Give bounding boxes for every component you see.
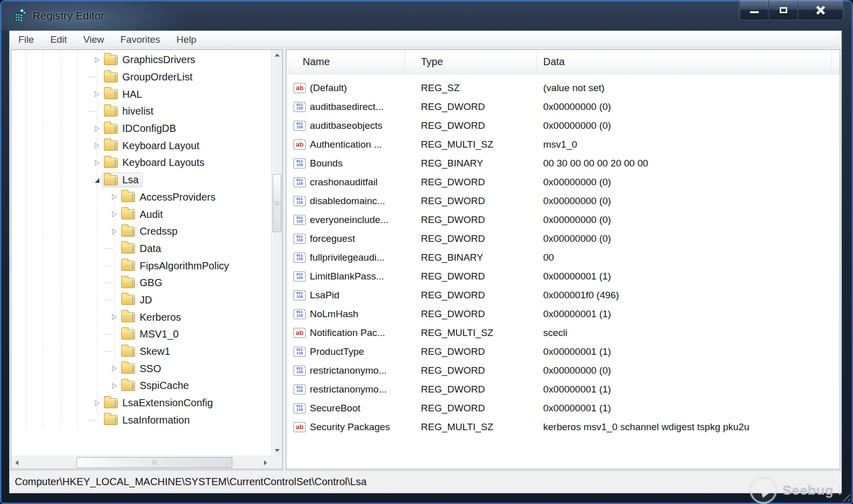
tree-item-gbg[interactable]: GBG [11,274,271,292]
binary-value-icon: 011110 [294,158,306,169]
collapse-arrow-icon[interactable] [92,172,102,189]
tree-node[interactable]: Data [119,241,165,256]
menu-item-help[interactable]: Help [172,32,201,47]
value-row-restrictanonymo[interactable]: 011110restrictanonymo...REG_DWORD0x00000… [286,361,840,380]
value-row-lsapid[interactable]: 011110LsaPidREG_DWORD0x000001f0 (496) [286,286,840,304]
value-row-secureboot[interactable]: 011110SecureBootREG_DWORD0x00000001 (1) [286,399,840,417]
column-header-name[interactable]: Name [286,50,405,74]
maximize-button[interactable] [769,1,798,20]
value-row-auditbasedirect[interactable]: 011110auditbasedirect...REG_DWORD0x00000… [286,97,840,116]
value-row-notification-pac[interactable]: abNotification Pac...REG_MULTI_SZscecli [286,323,840,342]
resize-grip[interactable] [842,493,850,501]
minimize-button[interactable] [740,1,769,20]
tree-node[interactable]: LsaInformation [102,413,194,428]
tree-item-data[interactable]: Data [11,240,271,258]
expand-arrow-icon[interactable] [109,223,119,240]
tree-node[interactable]: JD [119,293,156,307]
tree-node[interactable]: SspiCache [119,378,193,393]
value-row-limitblankpass[interactable]: 011110LimitBlankPass...REG_DWORD0x000000… [286,267,840,286]
value-row-security-packages[interactable]: abSecurity PackagesREG_MULTI_SZkerberos … [286,417,840,436]
expand-arrow-icon[interactable] [109,377,119,395]
tree-node[interactable]: Keyboard Layouts [102,155,208,170]
tree-node[interactable]: AccessProviders [119,190,220,205]
expand-arrow-icon[interactable] [92,395,102,412]
value-row-auditbaseobjects[interactable]: 011110auditbaseobjectsREG_DWORD0x0000000… [286,116,840,135]
tree-node[interactable]: HAL [102,87,146,102]
expand-arrow-icon[interactable] [92,137,102,154]
value-row-default[interactable]: ab(Default)REG_SZ(value not set) [286,78,840,97]
value-row-fullprivilegeaudi[interactable]: 011110fullprivilegeaudi...REG_BINARY00 [286,248,840,267]
value-row-authentication[interactable]: abAuthentication ...REG_MULTI_SZmsv1_0 [286,135,840,154]
tree-item-accessproviders[interactable]: AccessProviders [11,189,271,206]
tree-node[interactable]: IDConfigDB [102,121,180,136]
scroll-up-arrow-icon[interactable] [272,50,283,60]
value-row-restrictanonymo[interactable]: 011110restrictanonymo...REG_DWORD0x00000… [286,380,840,399]
tree-item-grouporderlist[interactable]: GroupOrderList [11,69,271,86]
tree-item-fipsalgorithmpolicy[interactable]: FipsAlgorithmPolicy [11,257,271,274]
horizontal-scroll-thumb[interactable] [76,457,232,468]
value-row-everyoneinclude[interactable]: 011110everyoneinclude...REG_DWORD0x00000… [286,210,840,229]
tree-item-keyboard-layouts[interactable]: Keyboard Layouts [11,154,271,172]
tree-node[interactable]: GroupOrderList [102,70,197,85]
folder-icon [121,278,135,288]
expand-arrow-icon[interactable] [92,120,102,137]
tree-item-keyboard-layout[interactable]: Keyboard Layout [11,137,271,154]
tree-item-sspicache[interactable]: SspiCache [11,377,271,395]
tree-node[interactable]: Keyboard Layout [102,138,203,153]
expand-arrow-icon[interactable] [109,206,119,223]
tree-node[interactable]: LsaExtensionConfig [102,396,217,410]
tree-node[interactable]: SSO [119,361,165,376]
tree-item-skew1[interactable]: Skew1 [11,343,271,360]
tree-item-credssp[interactable]: Credssp [11,223,271,240]
value-row-forceguest[interactable]: 011110forceguestREG_DWORD0x00000000 (0) [286,229,840,248]
titlebar[interactable]: Registry Editor [1,1,852,31]
tree-node[interactable]: GraphicsDrivers [102,52,199,67]
tree-item-kerberos[interactable]: Kerberos [11,309,271,326]
tree-item-graphicsdrivers[interactable]: GraphicsDrivers [11,51,271,69]
tree-item-audit[interactable]: Audit [11,206,271,223]
scroll-right-arrow-icon[interactable] [260,456,271,469]
tree-item-hal[interactable]: HAL [11,86,271,103]
expand-arrow-icon[interactable] [92,154,102,172]
column-header-data[interactable]: Data [537,50,832,74]
tree-node[interactable]: Credssp [119,224,181,239]
tree-item-idconfigdb[interactable]: IDConfigDB [11,120,271,137]
vertical-scroll-thumb[interactable] [273,174,281,232]
tree-node[interactable]: Audit [119,207,167,222]
tree-node[interactable]: Lsa [102,173,143,187]
tree-item-sso[interactable]: SSO [11,360,271,377]
close-button[interactable] [798,1,843,20]
tree-item-lsaextensionconfig[interactable]: LsaExtensionConfig [11,395,271,412]
tree-item-msv1-0[interactable]: MSV1_0 [11,326,271,343]
tree-node[interactable]: FipsAlgorithmPolicy [119,259,233,273]
expand-arrow-icon[interactable] [92,86,102,103]
value-row-disabledomainc[interactable]: 011110disabledomainc...REG_DWORD0x000000… [286,191,840,210]
tree-vertical-scrollbar[interactable] [271,50,282,456]
menu-item-edit[interactable]: Edit [46,32,72,47]
tree-node[interactable]: GBG [119,275,166,290]
menu-item-file[interactable]: File [14,32,39,47]
menu-item-view[interactable]: View [78,32,109,47]
value-row-nolmhash[interactable]: 011110NoLmHashREG_DWORD0x00000001 (1) [286,304,840,323]
expand-arrow-icon[interactable] [109,189,119,206]
expand-arrow-icon[interactable] [109,309,119,326]
expand-arrow-icon[interactable] [92,51,102,69]
scroll-left-arrow-icon[interactable] [11,456,22,469]
scroll-down-arrow-icon[interactable] [272,445,283,456]
column-header-type[interactable]: Type [405,50,537,74]
tree-node[interactable]: hivelist [102,104,157,119]
tree-item-hivelist[interactable]: hivelist [11,103,271,120]
value-row-producttype[interactable]: 011110ProductTypeREG_DWORD0x00000001 (1) [286,342,840,361]
tree-item-lsa[interactable]: Lsa [11,172,271,189]
menu-item-favorites[interactable]: Favorites [116,32,165,47]
tree-node[interactable]: Skew1 [119,344,174,359]
folder-icon [121,295,135,305]
tree-node[interactable]: Kerberos [119,310,185,325]
expand-arrow-icon[interactable] [109,360,119,377]
tree-item-lsainformation[interactable]: LsaInformation [11,411,271,429]
value-row-crashonauditfail[interactable]: 011110crashonauditfailREG_DWORD0x0000000… [286,173,840,191]
tree-horizontal-scrollbar[interactable] [11,456,271,469]
tree-item-jd[interactable]: JD [11,292,271,309]
value-row-bounds[interactable]: 011110BoundsREG_BINARY00 30 00 00 00 20 … [286,154,840,173]
tree-node[interactable]: MSV1_0 [119,327,183,342]
